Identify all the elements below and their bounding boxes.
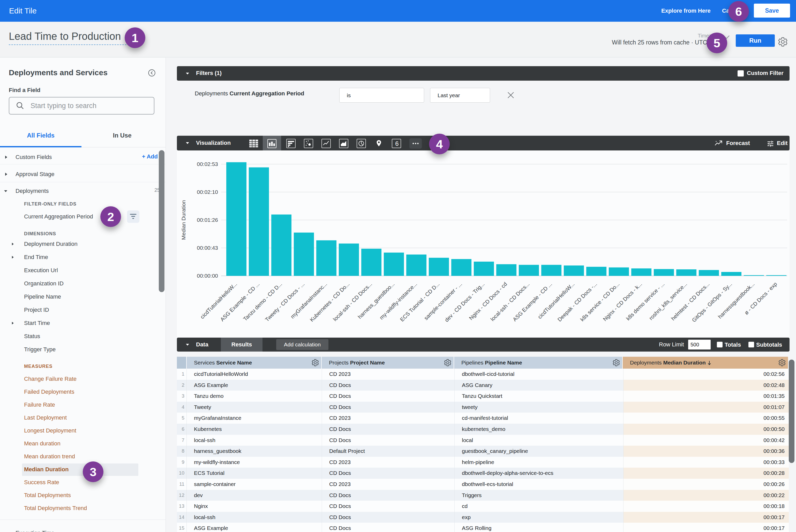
svg-text:00:00:43: 00:00:43 [197,245,218,251]
svg-text:ECS Tutorial - CD D...: ECS Tutorial - CD D... [399,281,440,323]
svg-text:ASG Example - CD ...: ASG Example - CD ... [219,281,261,323]
svg-text:my-wildfly-instance...: my-wildfly-instance... [378,281,418,321]
svg-text:Tanzu demo - CD D...: Tanzu demo - CD D... [242,281,283,322]
svg-text:00:00:00: 00:00:00 [197,273,218,279]
svg-text:GitOps - GitOps - Sy...: GitOps - GitOps - Sy... [691,281,733,323]
svg-text:local-ssh - CD Docs...: local-ssh - CD Docs... [489,281,531,322]
svg-text:Deepak - CD Docs -...: Deepak - CD Docs -... [556,281,598,323]
svg-text:myGrafanaInstanc...: myGrafanaInstanc... [290,281,328,320]
svg-text:Median Duration: Median Duration [181,200,186,240]
svg-text:k8s demo service - ...: k8s demo service - ... [625,281,665,322]
svg-text:00:01:26: 00:01:26 [197,217,218,223]
svg-text:Nginx - CD Docs - cd: Nginx - CD Docs - cd [468,281,508,321]
svg-text:Tweety - CD Docs - ...: Tweety - CD Docs - ... [264,281,306,323]
svg-text:sample-container - ...: sample-container - ... [423,281,463,321]
svg-text:k8s service - CD Do...: k8s service - CD Do... [579,281,621,323]
svg-text:roshni_k8s_service...: roshni_k8s_service... [648,281,688,321]
svg-text:local-ssh - CD Docs...: local-ssh - CD Docs... [332,281,373,322]
svg-text:helmtest - CD Docs...: helmtest - CD Docs... [670,281,710,322]
svg-text:harness_guestboo...: harness_guestboo... [357,281,396,320]
svg-text:Nginx - CD Docs - k...: Nginx - CD Docs - k... [602,281,643,322]
svg-text:dev - CD Docs - Trig...: dev - CD Docs - Trig... [444,281,486,323]
svg-text:Kubernetes - CD Do...: Kubernetes - CD Do... [309,281,350,323]
svg-text:cicdTutorialHelloW...: cicdTutorialHelloW... [199,281,238,320]
svg-text:harnessguestbook...: harnessguestbook... [717,281,756,320]
svg-text:ASG Example - CD ...: ASG Example - CD ... [512,281,553,323]
svg-text:00:02:10: 00:02:10 [197,189,218,195]
svg-text:00:02:53: 00:02:53 [197,161,218,167]
svg-text:cicdTutorialHelloW...: cicdTutorialHelloW... [537,281,576,320]
